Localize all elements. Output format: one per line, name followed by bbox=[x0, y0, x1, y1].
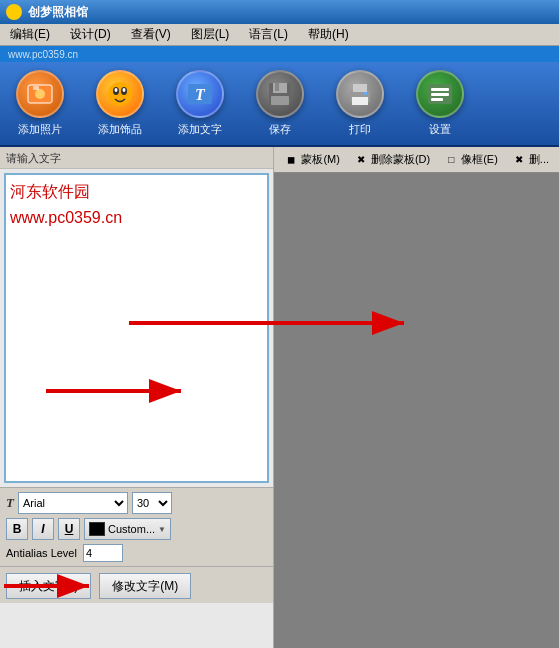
menu-item-language[interactable]: 语言(L) bbox=[243, 24, 294, 45]
toolbar-save[interactable]: 保存 bbox=[250, 70, 310, 137]
font-row-2: B I U Custom... ▼ bbox=[6, 518, 267, 540]
font-size-select[interactable]: 30 bbox=[132, 492, 172, 514]
tab-frame[interactable]: □ 像框(E) bbox=[438, 150, 504, 169]
color-label: Custom... bbox=[108, 523, 155, 535]
menu-item-help[interactable]: 帮助(H) bbox=[302, 24, 355, 45]
svg-point-1 bbox=[35, 89, 45, 99]
svg-point-7 bbox=[123, 88, 126, 92]
menu-item-layer[interactable]: 图层(L) bbox=[185, 24, 236, 45]
antialias-input[interactable] bbox=[83, 544, 123, 562]
toolbar-add-text[interactable]: T 添加文字 bbox=[170, 70, 230, 137]
svg-rect-20 bbox=[431, 93, 449, 96]
watermark-text: www.pc0359.cn bbox=[8, 49, 78, 60]
right-panel: ◼ 蒙板(M) ✖ 删除蒙板(D) □ 像框(E) ✖ 删... bbox=[274, 147, 559, 648]
tab-delete-frame-label: 删... bbox=[529, 152, 549, 167]
toolbar-print[interactable]: 打印 bbox=[330, 70, 390, 137]
tab-bar: ◼ 蒙板(M) ✖ 删除蒙板(D) □ 像框(E) ✖ 删... bbox=[274, 147, 559, 173]
menu-item-view[interactable]: 查看(V) bbox=[125, 24, 177, 45]
save-icon bbox=[256, 70, 304, 118]
print-icon bbox=[336, 70, 384, 118]
color-swatch bbox=[89, 522, 105, 536]
modify-text-button[interactable]: 修改文字(M) bbox=[99, 573, 191, 599]
svg-rect-13 bbox=[271, 96, 289, 105]
svg-rect-2 bbox=[33, 86, 39, 90]
canvas-area bbox=[274, 173, 559, 648]
add-text-icon: T bbox=[176, 70, 224, 118]
text-input-label: 请输入文字 bbox=[0, 147, 273, 169]
add-text-label: 添加文字 bbox=[178, 122, 222, 137]
underline-button[interactable]: U bbox=[58, 518, 80, 540]
svg-point-6 bbox=[115, 88, 118, 92]
add-decor-label: 添加饰品 bbox=[98, 122, 142, 137]
settings-label: 设置 bbox=[429, 122, 451, 137]
button-row: 插入文字(I) 修改文字(M) bbox=[0, 566, 273, 603]
add-photo-icon bbox=[16, 70, 64, 118]
tab-delete-frame[interactable]: ✖ 删... bbox=[506, 150, 555, 169]
font-type-icon: T bbox=[6, 495, 14, 511]
print-label: 打印 bbox=[349, 122, 371, 137]
svg-rect-12 bbox=[275, 83, 279, 91]
toolbar-add-photo[interactable]: 添加照片 bbox=[10, 70, 70, 137]
svg-rect-15 bbox=[353, 84, 367, 92]
svg-rect-19 bbox=[431, 88, 449, 91]
svg-text:T: T bbox=[195, 86, 206, 103]
tab-frame-label: 像框(E) bbox=[461, 152, 498, 167]
delete-mask-icon: ✖ bbox=[354, 153, 368, 167]
menu-item-edit[interactable]: 编辑(E) bbox=[4, 24, 56, 45]
svg-rect-16 bbox=[352, 97, 368, 105]
text-input[interactable]: 河东软件园 www.pc0359.cn bbox=[10, 179, 263, 477]
svg-rect-17 bbox=[363, 92, 367, 95]
toolbar: 添加照片 添加饰品 T 添加文字 bbox=[0, 62, 559, 147]
save-label: 保存 bbox=[269, 122, 291, 137]
text-area-container: 河东软件园 www.pc0359.cn bbox=[4, 173, 269, 483]
font-controls: T Arial 30 B I U Custom... ▼ Antial bbox=[0, 487, 273, 566]
bold-button[interactable]: B bbox=[6, 518, 28, 540]
menu-bar: 编辑(E) 设计(D) 查看(V) 图层(L) 语言(L) 帮助(H) bbox=[0, 24, 559, 46]
app-icon bbox=[6, 4, 22, 20]
svg-point-3 bbox=[108, 82, 132, 106]
color-dropdown-arrow: ▼ bbox=[158, 525, 166, 534]
title-bar: 创梦照相馆 bbox=[0, 0, 559, 24]
tab-mask[interactable]: ◼ 蒙板(M) bbox=[278, 150, 346, 169]
delete-frame-icon: ✖ bbox=[512, 153, 526, 167]
antialias-row: Antialias Level bbox=[6, 544, 267, 562]
antialias-label: Antialias Level bbox=[6, 547, 77, 559]
toolbar-settings[interactable]: 设置 bbox=[410, 70, 470, 137]
left-panel: 请输入文字 河东软件园 www.pc0359.cn T Arial bbox=[0, 147, 274, 648]
watermark-bar: www.pc0359.cn bbox=[0, 46, 559, 62]
frame-icon: □ bbox=[444, 153, 458, 167]
add-decor-icon bbox=[96, 70, 144, 118]
font-row-1: T Arial 30 bbox=[6, 492, 267, 514]
main-area: 请输入文字 河东软件园 www.pc0359.cn T Arial bbox=[0, 147, 559, 648]
tab-delete-mask[interactable]: ✖ 删除蒙板(D) bbox=[348, 150, 436, 169]
tab-delete-mask-label: 删除蒙板(D) bbox=[371, 152, 430, 167]
svg-rect-21 bbox=[431, 98, 443, 101]
tab-mask-label: 蒙板(M) bbox=[301, 152, 340, 167]
font-name-select[interactable]: Arial bbox=[18, 492, 128, 514]
color-button[interactable]: Custom... ▼ bbox=[84, 518, 171, 540]
italic-button[interactable]: I bbox=[32, 518, 54, 540]
window-title: 创梦照相馆 bbox=[28, 4, 88, 21]
toolbar-add-decor[interactable]: 添加饰品 bbox=[90, 70, 150, 137]
mask-icon: ◼ bbox=[284, 153, 298, 167]
insert-text-button[interactable]: 插入文字(I) bbox=[6, 573, 91, 599]
settings-icon bbox=[416, 70, 464, 118]
menu-item-design[interactable]: 设计(D) bbox=[64, 24, 117, 45]
add-photo-label: 添加照片 bbox=[18, 122, 62, 137]
